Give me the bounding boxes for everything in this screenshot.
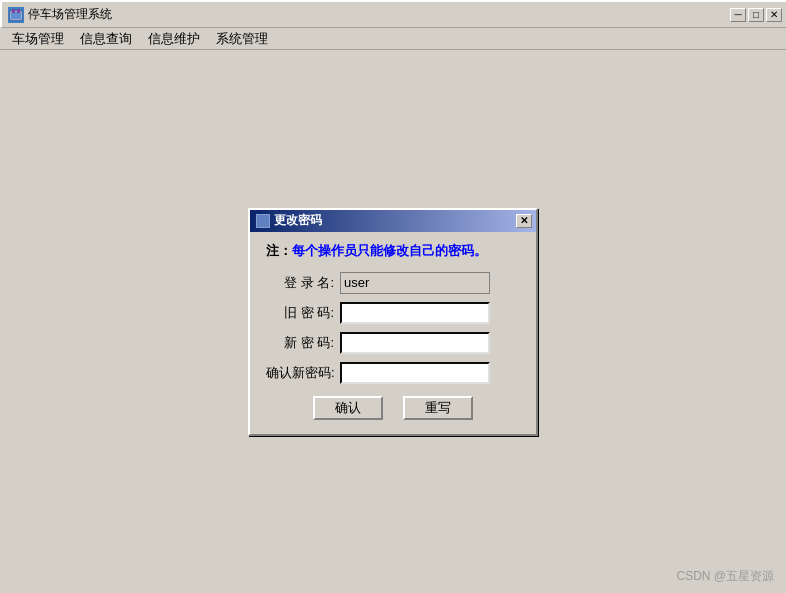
confirm-button[interactable]: 确认 bbox=[313, 396, 383, 420]
menu-item-carpark[interactable]: 车场管理 bbox=[4, 28, 72, 50]
confirm-password-label: 确认新密码: bbox=[266, 364, 334, 382]
menu-bar: 车场管理 信息查询 信息维护 系统管理 bbox=[0, 28, 786, 50]
app-icon bbox=[8, 7, 24, 23]
note-text: 每个操作员只能修改自己的密码。 bbox=[292, 243, 487, 258]
dialog-note: 注：每个操作员只能修改自己的密码。 bbox=[266, 242, 520, 260]
menu-item-system[interactable]: 系统管理 bbox=[208, 28, 276, 50]
window-title: 停车场管理系统 bbox=[28, 6, 112, 23]
old-password-label: 旧 密 码: bbox=[266, 304, 334, 322]
change-password-dialog: 更改密码 ✕ 注：每个操作员只能修改自己的密码。 登 录 名: user 旧 密… bbox=[248, 208, 538, 436]
dialog-title: 更改密码 bbox=[274, 212, 322, 229]
old-password-row: 旧 密 码: bbox=[266, 302, 520, 324]
confirm-password-input[interactable] bbox=[340, 362, 490, 384]
username-label: 登 录 名: bbox=[266, 274, 334, 292]
menu-item-info-maintain[interactable]: 信息维护 bbox=[140, 28, 208, 50]
dialog-overlay: 更改密码 ✕ 注：每个操作员只能修改自己的密码。 登 录 名: user 旧 密… bbox=[0, 50, 786, 593]
main-content: 更改密码 ✕ 注：每个操作员只能修改自己的密码。 登 录 名: user 旧 密… bbox=[0, 50, 786, 593]
old-password-input[interactable] bbox=[340, 302, 490, 324]
maximize-button[interactable]: □ bbox=[748, 8, 764, 22]
watermark: CSDN @五星资源 bbox=[676, 568, 774, 585]
username-value: user bbox=[340, 272, 490, 294]
dialog-close-button[interactable]: ✕ bbox=[516, 214, 532, 228]
new-password-input[interactable] bbox=[340, 332, 490, 354]
close-window-button[interactable]: ✕ bbox=[766, 8, 782, 22]
title-bar: 停车场管理系统 ─ □ ✕ bbox=[0, 0, 786, 28]
confirm-password-row: 确认新密码: bbox=[266, 362, 520, 384]
dialog-icon bbox=[256, 214, 270, 228]
svg-rect-1 bbox=[11, 12, 21, 19]
window-controls: ─ □ ✕ bbox=[730, 8, 782, 22]
new-password-label: 新 密 码: bbox=[266, 334, 334, 352]
menu-item-info-query[interactable]: 信息查询 bbox=[72, 28, 140, 50]
new-password-row: 新 密 码: bbox=[266, 332, 520, 354]
svg-rect-3 bbox=[17, 9, 20, 13]
reset-button[interactable]: 重写 bbox=[403, 396, 473, 420]
minimize-button[interactable]: ─ bbox=[730, 8, 746, 22]
svg-rect-2 bbox=[12, 9, 15, 13]
dialog-title-bar: 更改密码 ✕ bbox=[250, 210, 536, 232]
dialog-body: 注：每个操作员只能修改自己的密码。 登 录 名: user 旧 密 码: 新 密… bbox=[250, 232, 536, 434]
dialog-buttons: 确认 重写 bbox=[266, 396, 520, 420]
note-prefix: 注： bbox=[266, 243, 292, 258]
username-row: 登 录 名: user bbox=[266, 272, 520, 294]
